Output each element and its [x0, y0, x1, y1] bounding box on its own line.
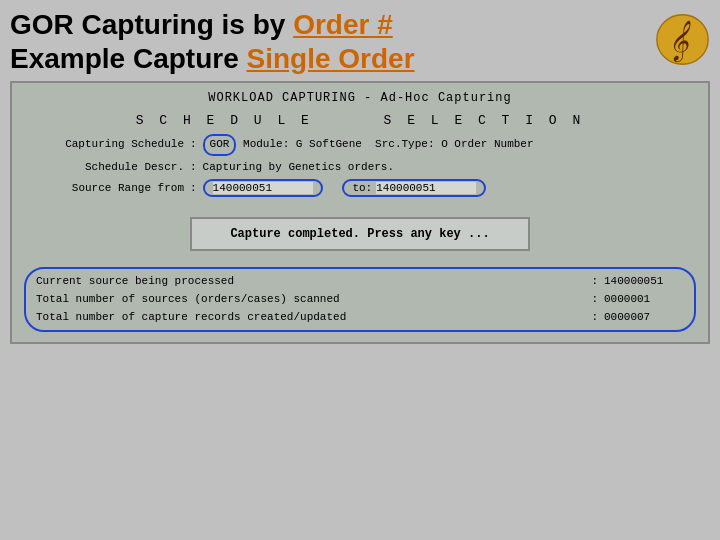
schedule-descr-value: Capturing by Genetics orders. [203, 159, 394, 177]
source-to-group: to: [342, 179, 486, 197]
music-icon: 𝄞 [655, 12, 710, 71]
total-records-label: Total number of capture records created/… [36, 309, 585, 327]
current-source-row: Current source being processed : 1400000… [36, 273, 684, 291]
schedule-selection-header: S C H E D U L E S E L E C T I O N [24, 113, 696, 128]
srctype-value: O [435, 136, 455, 154]
schedule-descr-label: Schedule Descr. [24, 159, 184, 177]
svg-text:𝄞: 𝄞 [668, 20, 691, 63]
schedule-descr-row: Schedule Descr. : Capturing by Genetics … [24, 159, 696, 177]
capturing-schedule-label: Capturing Schedule [24, 136, 184, 154]
total-sources-value: 0000001 [604, 291, 684, 309]
colon3: : [591, 309, 598, 327]
order-number-label: Order Number [454, 136, 533, 154]
completion-text: Capture completed. Press any key ... [230, 227, 489, 241]
total-records-row: Total number of capture records created/… [36, 309, 684, 327]
title-highlight-2: Single Order [247, 43, 415, 74]
colon1: : [591, 273, 598, 291]
bottom-status-section: Current source being processed : 1400000… [24, 267, 696, 332]
capturing-schedule-row: Capturing Schedule : GOR Module: G SoftG… [24, 134, 696, 156]
main-panel: WORKLOAD CAPTURING - Ad-Hoc Capturing S … [10, 81, 710, 344]
srctype-label: Src.Type: [362, 136, 435, 154]
module-label: Module: [236, 136, 289, 154]
total-sources-label: Total number of sources (orders/cases) s… [36, 291, 585, 309]
page-title: GOR Capturing is by Order # Example Capt… [10, 8, 415, 75]
sep3: : [190, 182, 197, 194]
total-records-value: 0000007 [604, 309, 684, 327]
source-to-label: to: [352, 182, 372, 194]
header: GOR Capturing is by Order # Example Capt… [0, 0, 720, 81]
module-value: G [289, 136, 309, 154]
softgene-value: SoftGene [309, 136, 362, 154]
title-highlight-1: Order # [293, 9, 393, 40]
sep1: : [190, 136, 197, 154]
sep2: : [190, 159, 197, 177]
selection-label: S E L E C T I O N [384, 113, 585, 128]
source-to-input[interactable] [376, 182, 476, 194]
title-text-2: Example Capture [10, 43, 247, 74]
completion-message-box: Capture completed. Press any key ... [190, 217, 530, 251]
source-range-row: Source Range from : to: [24, 179, 696, 197]
colon2: : [591, 291, 598, 309]
total-sources-row: Total number of sources (orders/cases) s… [36, 291, 684, 309]
source-from-input[interactable] [213, 182, 313, 194]
gor-badge: GOR [203, 134, 237, 156]
panel-title: WORKLOAD CAPTURING - Ad-Hoc Capturing [24, 91, 696, 105]
schedule-label: S C H E D U L E [136, 113, 313, 128]
current-source-label: Current source being processed [36, 273, 585, 291]
title-text-1: GOR Capturing is by [10, 9, 293, 40]
current-source-value: 140000051 [604, 273, 684, 291]
source-range-label: Source Range from [24, 182, 184, 194]
source-from-group [203, 179, 323, 197]
